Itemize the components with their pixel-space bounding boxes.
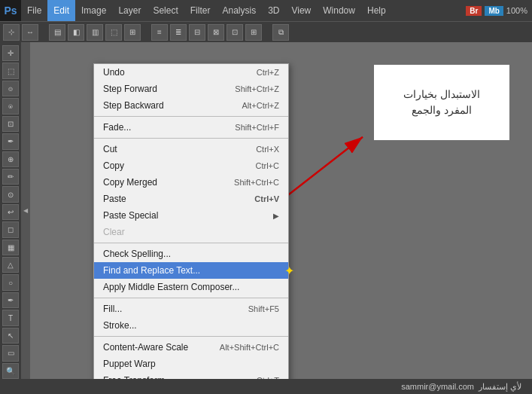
menu-copy-merged[interactable]: Copy Merged Shift+Ctrl+C (94, 174, 288, 191)
tool-shape[interactable]: ▭ (2, 345, 19, 361)
ps-logo: Ps (0, 0, 21, 21)
toolbar-btn-2[interactable]: ↔ (22, 24, 38, 41)
menubar: Ps File Edit Image Layer Select Filter A… (0, 0, 532, 21)
toolbar-btn-6[interactable]: ⬚ (105, 24, 122, 41)
menu-window[interactable]: Window (317, 0, 361, 21)
menu-fade[interactable]: Fade... Shift+Ctrl+F (94, 119, 288, 136)
menu-layer[interactable]: Layer (112, 0, 147, 21)
menu-select[interactable]: Select (147, 0, 184, 21)
canvas-area[interactable]: سـ العالمي الاستبدال بخيارات المفرد والج… (30, 42, 532, 379)
sep-2 (94, 138, 288, 139)
workspace: ✛ ⬚ ⌾ ⍟ ⊡ ✒ ⊕ ✏ ⊙ ↩ ◻ ▦ △ ○ ✒ T ↖ ▭ 🔍 ◀ … (0, 42, 532, 379)
sep-3 (94, 243, 288, 243)
tool-magic-wand[interactable]: ⍟ (2, 98, 19, 114)
tool-pen[interactable]: ✒ (2, 292, 19, 308)
menu-paste[interactable]: Paste Ctrl+V (94, 191, 288, 207)
toolbar-btn-8[interactable]: ≡ (151, 24, 168, 41)
canvas-text-box: الاستبدال بخيارات المفرد والجمع (374, 65, 509, 140)
tool-zoom[interactable]: 🔍 (2, 363, 19, 379)
menu-find-replace[interactable]: Find and Replace Text... ✦ (94, 262, 288, 279)
toolbar-row: ⊹ ↔ ▤ ◧ ▥ ⬚ ⊞ ≡ ≣ ⊟ ⊠ ⊡ ⊞ ⧉ (0, 21, 532, 42)
menu-edit[interactable]: Edit (47, 0, 75, 21)
menu-step-forward[interactable]: Step Forward Shift+Ctrl+Z (94, 81, 288, 97)
toolbar-btn-4[interactable]: ◧ (68, 24, 84, 41)
menu-puppet-warp[interactable]: Puppet Warp (94, 356, 288, 372)
br-badge[interactable]: Br (466, 6, 482, 16)
toolbar-btn-12[interactable]: ⊡ (226, 24, 243, 41)
menu-file[interactable]: File (21, 0, 47, 21)
menu-middle-eastern[interactable]: Apply Middle Eastern Composer... (94, 279, 288, 295)
tool-crop[interactable]: ⊡ (2, 116, 19, 132)
menu-3d[interactable]: 3D (262, 0, 285, 21)
sep-1 (94, 116, 288, 117)
menu-check-spelling[interactable]: Check Spelling... (94, 246, 288, 262)
tool-rect-select[interactable]: ⬚ (2, 63, 19, 78)
right-badges: Br Mb 100% (466, 6, 532, 16)
canvas-line2: المفرد والجمع (403, 102, 480, 118)
menu-help[interactable]: Help (361, 0, 392, 21)
canvas-line1: الاستبدال بخيارات (403, 87, 480, 102)
tool-blur[interactable]: △ (2, 257, 19, 273)
menu-fill[interactable]: Fill... Shift+F5 (94, 301, 288, 317)
toolbar-btn-5[interactable]: ▥ (87, 24, 103, 41)
tool-dodge[interactable]: ○ (2, 274, 19, 290)
tool-lasso[interactable]: ⌾ (2, 81, 19, 96)
cursor-star: ✦ (284, 264, 294, 278)
canvas-text-content: الاستبدال بخيارات المفرد والجمع (403, 87, 480, 118)
tool-path-select[interactable]: ↖ (2, 328, 19, 344)
menu-free-transform[interactable]: Free Transform Ctrl+T (94, 372, 288, 379)
tool-clone[interactable]: ⊙ (2, 186, 19, 202)
sep-4 (94, 298, 288, 298)
tool-gradient[interactable]: ▦ (2, 240, 19, 255)
tool-type[interactable]: T (2, 310, 19, 325)
menu-step-backward[interactable]: Step Backward Alt+Ctrl+Z (94, 97, 288, 114)
toolbar-btn-3[interactable]: ▤ (49, 24, 65, 41)
toolbar-btn-13[interactable]: ⊞ (245, 24, 262, 41)
zoom-level: 100% (506, 6, 527, 15)
menu-copy[interactable]: Copy Ctrl+C (94, 157, 288, 174)
status-label: لأي إستفسار (479, 382, 521, 392)
menu-undo[interactable]: Undo Ctrl+Z (94, 64, 288, 81)
menu-analysis[interactable]: Analysis (216, 0, 262, 21)
mb-badge[interactable]: Mb (485, 6, 503, 16)
toolbar-btn-10[interactable]: ⊟ (189, 24, 205, 41)
tool-eraser[interactable]: ◻ (2, 221, 19, 237)
sep-5 (94, 336, 288, 337)
menu-image[interactable]: Image (75, 0, 112, 21)
toolbar-btn-1[interactable]: ⊹ (3, 24, 20, 41)
tool-brush[interactable]: ✏ (2, 169, 19, 185)
toolbar-btn-14[interactable]: ⧉ (272, 24, 289, 41)
toolbar-btn-7[interactable]: ⊞ (124, 24, 141, 41)
tool-move[interactable]: ✛ (2, 45, 19, 61)
toolbar-btn-9[interactable]: ≣ (170, 24, 187, 41)
dropdown-menu: Undo Ctrl+Z Step Forward Shift+Ctrl+Z St… (93, 63, 289, 379)
menu-stroke[interactable]: Stroke... (94, 317, 288, 334)
tools-panel: ✛ ⬚ ⌾ ⍟ ⊡ ✒ ⊕ ✏ ⊙ ↩ ◻ ▦ △ ○ ✒ T ↖ ▭ 🔍 (0, 42, 21, 379)
menu-paste-special[interactable]: Paste Special ▶ (94, 207, 288, 224)
menu-content-aware[interactable]: Content-Aware Scale Alt+Shift+Ctrl+C (94, 339, 288, 356)
menu-view[interactable]: View (285, 0, 317, 21)
toolbar-btn-11[interactable]: ⊠ (208, 24, 224, 41)
tool-heal[interactable]: ⊕ (2, 151, 19, 167)
status-email: sammir@ymail.com (401, 382, 474, 391)
panel-toggle[interactable]: ◀ (21, 42, 30, 379)
menu-cut[interactable]: Cut Ctrl+X (94, 141, 288, 157)
menu-filter[interactable]: Filter (184, 0, 217, 21)
statusbar: sammir@ymail.com لأي إستفسار (0, 379, 532, 394)
tool-eyedropper[interactable]: ✒ (2, 133, 19, 149)
menu-clear[interactable]: Clear (94, 224, 288, 240)
tool-history-brush[interactable]: ↩ (2, 204, 19, 220)
